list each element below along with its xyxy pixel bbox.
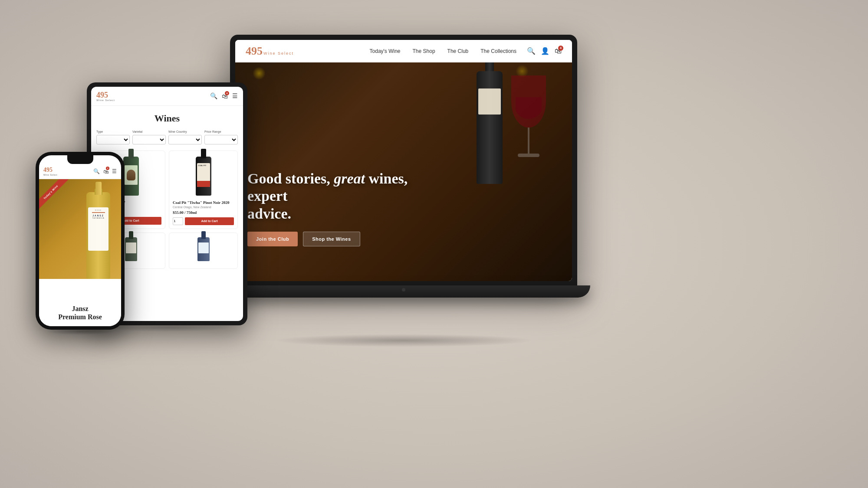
search-icon[interactable]: 🔍: [527, 47, 536, 55]
laptop-body: 495 Wine Select Today's Wine The Shop Th…: [230, 35, 577, 286]
bottle-neck-top: [128, 149, 134, 158]
phone-device: 495 Wine Select 🔍 🛍 4 ☰ Today's Win: [36, 152, 125, 330]
tablet-product-2: COAL PIT Coal Pit "Tiwha" Pinot Noir 202…: [169, 151, 238, 229]
phone-menu-icon[interactable]: ☰: [112, 168, 117, 175]
product-2-name: Coal Pit "Tiwha" Pinot Noir 2020: [173, 200, 234, 205]
join-club-button[interactable]: Join the Club: [247, 232, 298, 246]
phone-logo[interactable]: 495 Wine Select: [43, 167, 57, 176]
cart-icon-wrapper[interactable]: 🛍 4: [555, 47, 562, 55]
filter-type-select[interactable]: [96, 135, 130, 144]
laptop-nav-links: Today's Wine The Shop The Club The Colle…: [370, 48, 516, 54]
tablet-navbar: 495 Wine Select 🔍 🛍 4 ☰: [91, 87, 243, 106]
glass-bowl: [511, 75, 546, 128]
p3-body: [125, 237, 137, 261]
laptop-navbar: 495 Wine Select Today's Wine The Shop Th…: [235, 40, 572, 62]
bottle-body-green: [123, 157, 139, 196]
p4-body: [197, 237, 210, 261]
coalpit-bottle: COAL PIT: [196, 157, 211, 196]
hero-headline: Good stories, great wines, expert advice…: [247, 170, 412, 223]
nav-link-club[interactable]: The Club: [447, 48, 469, 54]
phone-logo-number: 495: [43, 167, 57, 174]
p3-label: [126, 242, 136, 253]
phone-product-name: JanszPremium Rose: [44, 305, 116, 321]
tablet-cart-wrapper[interactable]: 🛍 4: [222, 92, 228, 100]
laptop-nav-icons: 🔍 👤 🛍 4: [527, 47, 562, 55]
phone-nav-right: 🔍 🛍 4 ☰: [93, 167, 117, 175]
product-3-bottle: [125, 237, 137, 261]
tablet-filters: Type Varietal Wine Country Price Range: [96, 130, 238, 144]
phone-cart-wrapper[interactable]: 🛍 4: [103, 167, 108, 175]
product-2-add-cart[interactable]: Add to Cart: [185, 217, 234, 225]
laptop-logo[interactable]: 495 Wine Select: [246, 46, 294, 57]
hero-wine-bottle: [477, 71, 503, 184]
tablet-menu-icon[interactable]: ☰: [232, 92, 238, 100]
filter-price: Price Range: [204, 130, 238, 144]
tablet-cart-count: 4: [225, 91, 229, 95]
p4-label: [198, 242, 209, 253]
phone-search-icon[interactable]: 🔍: [93, 168, 100, 175]
laptop-logo-number: 495: [246, 46, 263, 57]
coalpit-body: COAL PIT: [196, 157, 211, 196]
coalpit-neck: [201, 149, 206, 158]
tablet-search-icon[interactable]: 🔍: [210, 92, 217, 100]
filter-country-select[interactable]: [168, 135, 202, 144]
nav-link-shop[interactable]: The Shop: [413, 48, 435, 54]
hero-wine-glass: [511, 75, 546, 171]
nav-link-collections[interactable]: The Collections: [480, 48, 516, 54]
filter-varietal: Varietal: [132, 130, 166, 144]
product-2-qty[interactable]: [173, 217, 183, 225]
p3-neck: [129, 231, 133, 239]
jansz-bottle: ROSE JANSZ TASMANIA: [86, 192, 110, 279]
filter-type: Type: [96, 130, 130, 144]
hero-text-area: Good stories, great wines, expert advice…: [247, 170, 412, 246]
bottle-label-area: [125, 165, 138, 185]
filter-country: Wine Country: [168, 130, 202, 144]
phone-notch: [67, 155, 93, 164]
account-icon[interactable]: 👤: [541, 47, 549, 55]
bottle-body: [477, 71, 503, 184]
laptop-screen: 495 Wine Select Today's Wine The Shop Th…: [235, 40, 572, 281]
phone-hero: Today's Wine ROSE JANSZ: [39, 179, 121, 279]
tablet-product-4: [169, 233, 238, 269]
phone-product-info: JanszPremium Rose: [39, 299, 121, 326]
hero-headline-italic: great: [334, 170, 365, 187]
nav-link-todays-wine[interactable]: Today's Wine: [370, 48, 401, 54]
figure-on-label: [127, 170, 135, 180]
phone-product-name-text: JanszPremium Rose: [58, 305, 102, 321]
laptop-webcam: [402, 288, 405, 291]
label-year: ROSE: [95, 209, 102, 211]
phone-logo-sub: Wine Select: [43, 174, 57, 176]
filter-price-label: Price Range: [204, 130, 238, 133]
label-region: TASMANIA: [92, 217, 104, 219]
bottle-body-jansz: ROSE JANSZ TASMANIA: [86, 192, 110, 279]
hero-headline-line2: advice.: [247, 205, 412, 223]
product-2-image-area: COAL PIT: [173, 154, 234, 198]
laptop-hero: Good stories, great wines, expert advice…: [235, 62, 572, 281]
laptop-base: [217, 285, 590, 298]
tablet-page-title: Wines: [96, 113, 238, 124]
product-2-origin: Central Otago, New Zealand: [173, 206, 234, 209]
filter-varietal-label: Varietal: [132, 130, 166, 133]
product-2-add-row: Add to Cart: [173, 217, 234, 225]
bottle-neck-jansz: [95, 182, 102, 195]
product-2-price: $55.00 / 750ml: [173, 210, 234, 215]
tablet-nav-right: 🔍 🛍 4 ☰: [210, 92, 238, 100]
filter-type-label: Type: [96, 130, 130, 133]
laptop-device: 495 Wine Select Today's Wine The Shop Th…: [230, 35, 577, 338]
grenache-bottle: [123, 157, 139, 196]
glass-base: [518, 154, 539, 157]
filter-price-select[interactable]: [204, 135, 238, 144]
p4-neck: [201, 231, 206, 239]
shop-wines-button[interactable]: Shop the Wines: [303, 232, 360, 246]
phone-screen: 495 Wine Select 🔍 🛍 4 ☰ Today's Win: [39, 155, 121, 326]
glass-stem: [528, 128, 529, 154]
coalpit-label: COAL PIT: [197, 163, 210, 187]
filter-varietal-select[interactable]: [132, 135, 166, 144]
coalpit-red-band: [197, 181, 210, 187]
tablet-logo-number: 495: [96, 91, 115, 99]
phone-body: 495 Wine Select 🔍 🛍 4 ☰ Today's Win: [36, 152, 125, 330]
bottle-label: [478, 88, 501, 115]
product-4-bottle: [197, 237, 210, 261]
tablet-logo[interactable]: 495 Wine Select: [96, 91, 115, 102]
tablet-logo-sub: Wine Select: [96, 99, 115, 102]
